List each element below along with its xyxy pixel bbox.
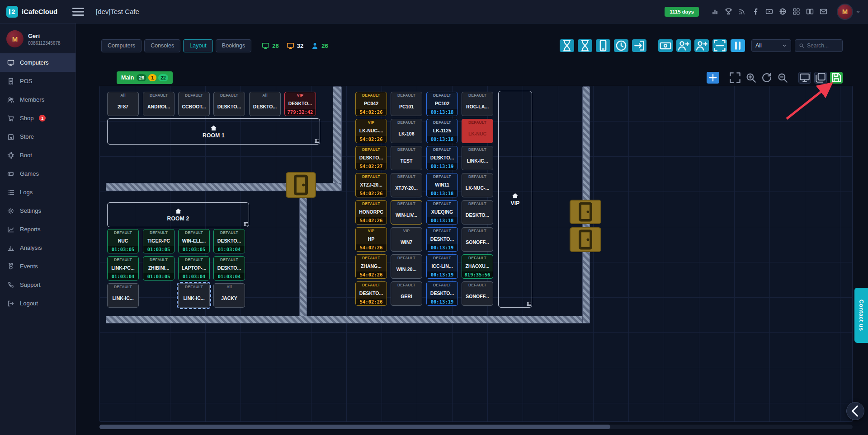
youtube-icon[interactable]	[765, 8, 773, 15]
computer-zhaoxu[interactable]: DEFAULTZHAOXU...819:35:56	[462, 254, 493, 279]
computer-laptop[interactable]: DEFAULTLAPTOP-...01:03:04	[178, 256, 210, 281]
computer-xtzj-20[interactable]: DEFAULTXTZJ-20...54:02:26	[355, 173, 387, 197]
layout-canvas[interactable]: ROOM 1ROOM 2VIPAll2F87DEFAULTANDROI...DE…	[99, 86, 853, 422]
computer-lk-nuc[interactable]: DEFAULTLK-NUC-...	[462, 173, 493, 197]
computer-jacky[interactable]: AllJACKY	[213, 283, 245, 308]
zoom-out-button[interactable]	[776, 72, 789, 84]
computer-tiger-pc[interactable]: DEFAULTTIGER-PC01:03:05	[143, 229, 175, 253]
zoom-in-button[interactable]	[745, 72, 757, 84]
computer-xtjy-20[interactable]: DEFAULTXTJY-20...	[391, 173, 422, 197]
computer-link-pc[interactable]: DEFAULTLINK-PC...01:03:04	[107, 256, 139, 281]
computer-androi[interactable]: DEFAULTANDROI...	[143, 92, 175, 116]
computer-deskto[interactable]: DEFAULTDESKTO...00:13:19	[426, 281, 458, 306]
computer-zhang[interactable]: DEFAULTZHANG...54:02:26	[355, 254, 387, 279]
chat-toggle-button[interactable]	[846, 402, 864, 420]
room-room-2[interactable]: ROOM 2	[107, 202, 249, 227]
computer-lk-106[interactable]: DEFAULTLK-106	[391, 119, 422, 143]
resize-handle[interactable]	[315, 139, 319, 143]
sidebar-item-computers[interactable]: Computers	[0, 53, 75, 72]
computer-link-ic[interactable]: DEFAULTLINK-IC...	[178, 283, 210, 308]
computer-zhibini[interactable]: DEFAULTZHIBINI...01:03:05	[143, 256, 175, 281]
computer-pc101[interactable]: DEFAULTPC101	[391, 92, 422, 116]
computer-win-liv[interactable]: DEFAULTWIN-LIV...	[391, 200, 422, 225]
sidebar-item-members[interactable]: Members	[0, 90, 75, 109]
reset-view-button[interactable]	[760, 72, 773, 84]
computer-lk-nuc[interactable]: VIPLK-NUC-...54:02:26	[355, 119, 387, 143]
computer-link-ic[interactable]: DEFAULTLINK-IC...	[107, 283, 139, 308]
sidebar-item-events[interactable]: Events	[0, 257, 75, 276]
computer-win7[interactable]: VIPWIN7	[391, 227, 422, 252]
add-member-button[interactable]	[676, 39, 691, 52]
rss-icon[interactable]	[738, 8, 746, 15]
computer-deskto[interactable]: DEFAULTDESKTO...	[462, 200, 493, 225]
apps-icon[interactable]	[711, 8, 719, 15]
computer-2f87[interactable]: All2F87	[107, 92, 139, 116]
door-icon[interactable]	[570, 227, 601, 252]
add-computer-button[interactable]	[707, 72, 719, 84]
sidebar-item-analysis[interactable]: Analysis	[0, 239, 75, 257]
computer-deskto[interactable]: DEFAULTDESKTO...54:02:26	[355, 281, 387, 306]
computer-sonoff[interactable]: DEFAULTSONOFF...	[462, 281, 493, 306]
trophy-icon[interactable]	[725, 8, 732, 15]
tab-layout[interactable]: Layout	[183, 39, 213, 52]
sidebar-item-store[interactable]: Store	[0, 127, 75, 146]
menu-toggle-button[interactable]	[71, 4, 86, 19]
tab-computers[interactable]: Computers	[101, 39, 142, 52]
computer-deskto[interactable]: DEFAULTDESKTO...00:13:19	[426, 227, 458, 252]
mail-icon[interactable]	[820, 8, 827, 15]
room-room-1[interactable]: ROOM 1	[107, 118, 320, 145]
computer-deskto[interactable]: DEFAULTDESKTO...	[213, 92, 245, 116]
mobile-button[interactable]	[596, 39, 610, 52]
computer-xueqing[interactable]: DEFAULTXUEQING00:13:18	[426, 200, 458, 225]
door-icon[interactable]	[286, 172, 316, 198]
group-filter-select[interactable]: All	[751, 39, 791, 52]
add-guest-button[interactable]	[694, 39, 709, 52]
computer-deskto[interactable]: DEFAULTDESKTO...54:02:27	[355, 146, 387, 170]
contact-us-button[interactable]: Contact us	[854, 288, 868, 343]
computer-deskto[interactable]: VIPDESKTO...779:32:42	[284, 92, 316, 116]
cash-button[interactable]	[658, 39, 673, 52]
pause-button[interactable]	[731, 39, 745, 52]
computer-ccboot[interactable]: DEFAULTCCBOOT...	[178, 92, 210, 116]
zone-main-button[interactable]: Main 26122	[117, 71, 173, 84]
sidebar-item-boot[interactable]: Boot	[0, 146, 75, 164]
monitors-button[interactable]	[798, 72, 811, 84]
sidebar-item-support[interactable]: Support	[0, 276, 75, 294]
scrollbar-handle[interactable]	[99, 425, 610, 429]
computer-pc102[interactable]: DEFAULTPC10200:13:18	[426, 92, 458, 116]
facebook-icon[interactable]	[752, 8, 760, 15]
resize-handle[interactable]	[244, 222, 248, 226]
countdown-button[interactable]	[578, 39, 592, 52]
computer-icc-lin[interactable]: DEFAULTICC-LIN...00:13:19	[426, 254, 458, 279]
computer-win-ell[interactable]: DEFAULTWIN-ELL...01:03:05	[178, 229, 210, 253]
checkout-button[interactable]	[632, 39, 646, 52]
computer-rog-la[interactable]: DEFAULTROG-LA...	[462, 92, 493, 116]
user-block[interactable]: M Geri 0086112345678	[0, 23, 75, 53]
computer-test[interactable]: DEFAULTTEST	[391, 146, 422, 170]
door-icon[interactable]	[570, 200, 601, 224]
computer-link-ic[interactable]: DEFAULTLINK-IC...	[462, 146, 493, 170]
layers-button[interactable]	[814, 72, 827, 84]
timer-button[interactable]	[560, 39, 574, 52]
computer-honorpc[interactable]: DEFAULTHONORPC54:02:26	[355, 200, 387, 225]
globe-icon[interactable]	[779, 8, 787, 15]
sidebar-item-reports[interactable]: Reports	[0, 220, 75, 239]
scan-button[interactable]	[712, 39, 727, 52]
computer-nuc[interactable]: DEFAULTNUC01:03:05	[107, 229, 139, 253]
computer-win11[interactable]: DEFAULTWIN1100:13:18	[426, 173, 458, 197]
computer-pc042[interactable]: DEFAULTPC04254:02:26	[355, 92, 387, 116]
sidebar-item-logout[interactable]: Logout	[0, 294, 75, 313]
computer-deskto[interactable]: DEFAULTDESKTO...01:03:04	[213, 229, 245, 253]
computer-hp[interactable]: VIPHP54:02:26	[355, 227, 387, 252]
sidebar-item-logs[interactable]: Logs	[0, 183, 75, 201]
save-layout-button[interactable]	[830, 72, 843, 84]
computer-deskto[interactable]: DEFAULTDESKTO...01:03:04	[213, 256, 245, 281]
clock-button[interactable]	[614, 39, 628, 52]
search-input[interactable]	[807, 42, 839, 49]
room-vip[interactable]: VIP	[498, 91, 532, 308]
tab-bookings[interactable]: Bookings	[216, 39, 251, 52]
resize-handle[interactable]	[527, 302, 531, 306]
compare-icon[interactable]	[806, 8, 814, 15]
blog-icon[interactable]	[793, 8, 800, 15]
subscription-days-badge[interactable]: 1115 days	[665, 7, 699, 17]
